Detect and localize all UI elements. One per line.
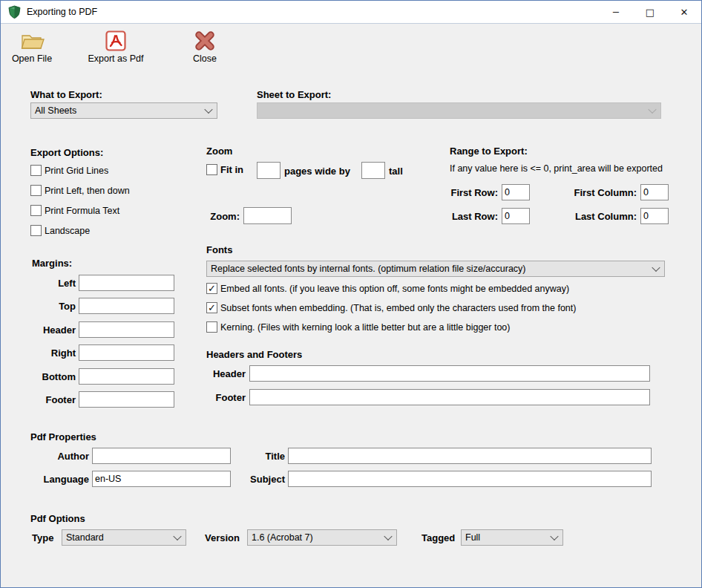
checkbox-box (30, 205, 42, 216)
checkbox-box (30, 165, 42, 176)
what-to-export-select[interactable]: All Sheets (30, 102, 217, 119)
checkbox-print-grid-lines[interactable]: Print Grid Lines (30, 165, 108, 176)
margin-bottom-input[interactable] (79, 368, 174, 385)
margin-footer-input[interactable] (79, 391, 174, 408)
pages-wide-input[interactable] (257, 162, 281, 179)
header-label: Header (201, 368, 246, 379)
pages-tall-input[interactable] (361, 162, 385, 179)
export-as-pdf-label: Export as Pdf (88, 53, 143, 64)
footer-input[interactable] (249, 389, 650, 405)
margin-right-label: Right (16, 347, 76, 359)
close-tool-label: Close (193, 53, 217, 64)
checkbox-label: Subset fonts when embedding. (That is, e… (220, 303, 576, 313)
checkbox-landscape[interactable]: Landscape (30, 225, 90, 236)
checkbox-box (206, 321, 217, 333)
close-tool-button[interactable]: Close (179, 30, 231, 64)
version-label: Version (205, 532, 240, 543)
red-x-icon (194, 30, 215, 51)
version-select[interactable]: 1.6 (Acrobat 7) (247, 529, 397, 546)
range-note: If any value here is <= 0, print_area wi… (450, 163, 663, 174)
checkbox-label: Print Formula Text (45, 206, 119, 216)
checkbox-box: ✓ (206, 283, 217, 294)
margin-left-input[interactable] (79, 275, 174, 291)
pages-wide-by-label: pages wide by (284, 166, 350, 177)
close-button[interactable]: ✕ (667, 1, 701, 23)
title-label: Title (226, 451, 285, 462)
folder-icon (19, 30, 45, 51)
last-row-input[interactable] (502, 208, 530, 224)
first-row-input[interactable] (502, 184, 530, 200)
checkbox-embed-all-fonts[interactable]: ✓ Embed all fonts. (if you leave this op… (206, 283, 569, 294)
margin-header-label: Header (16, 324, 76, 336)
fonts-heading: Fonts (206, 244, 232, 255)
font-replace-value: Replace selected fonts by internal fonts… (211, 264, 526, 274)
subject-input[interactable] (288, 471, 652, 487)
window-title: Exporting to PDF (27, 7, 97, 17)
checkbox-print-left-then-down[interactable]: Print Left, then down (30, 185, 130, 196)
margin-top-label: Top (16, 301, 76, 312)
checkbox-label: Print Grid Lines (45, 166, 108, 176)
margin-bottom-label: Bottom (16, 371, 76, 382)
checkbox-box: ✓ (206, 302, 217, 313)
type-select[interactable]: Standard (62, 529, 186, 546)
headers-and-footers-heading: Headers and Footers (206, 349, 302, 360)
what-to-export-value: All Sheets (35, 105, 76, 116)
subject-label: Subject (226, 474, 285, 485)
language-input[interactable] (92, 471, 231, 487)
tagged-value: Full (465, 532, 480, 543)
margin-top-input[interactable] (79, 298, 174, 314)
titlebar: Exporting to PDF ─ □ ✕ (1, 1, 701, 24)
exporting-to-pdf-dialog: Exporting to PDF ─ □ ✕ Open File (0, 0, 702, 588)
window-controls: ─ □ ✕ (599, 1, 701, 23)
shield-icon (7, 5, 22, 19)
checkbox-box (30, 225, 42, 236)
pdf-icon (105, 30, 126, 51)
margin-footer-label: Footer (16, 394, 76, 405)
type-value: Standard (66, 532, 104, 543)
chevron-down-icon (649, 106, 655, 112)
checkbox-box (30, 185, 42, 196)
margins-heading: Margins: (32, 258, 72, 269)
sheet-to-export-select[interactable] (257, 102, 661, 119)
first-row-label: First Row: (442, 187, 498, 198)
last-column-input[interactable] (640, 208, 669, 224)
last-column-label: Last Column: (550, 211, 637, 222)
chevron-down-icon (385, 533, 391, 539)
tagged-select[interactable]: Full (461, 529, 563, 546)
font-replace-select[interactable]: Replace selected fonts by internal fonts… (206, 261, 665, 277)
minimize-button[interactable]: ─ (599, 1, 633, 23)
pdf-properties-heading: Pdf Properties (30, 431, 96, 442)
checkbox-label: Kerning. (Files with kerning look a litt… (220, 322, 510, 333)
tall-label: tall (389, 166, 403, 177)
checkbox-label: Fit in (220, 164, 243, 175)
toolbar: Open File Export as Pdf Close (1, 24, 701, 76)
checkbox-box (206, 164, 217, 175)
footer-label: Footer (201, 392, 246, 403)
chevron-down-icon (653, 264, 659, 270)
chevron-down-icon (551, 533, 557, 539)
title-input[interactable] (288, 448, 652, 464)
header-input[interactable] (249, 365, 650, 382)
tagged-label: Tagged (421, 532, 455, 543)
checkbox-subset-fonts[interactable]: ✓ Subset fonts when embedding. (That is,… (206, 302, 576, 313)
export-as-pdf-button[interactable]: Export as Pdf (82, 30, 149, 64)
author-input[interactable] (92, 448, 231, 464)
maximize-button[interactable]: □ (633, 1, 667, 23)
checkbox-fit-in[interactable]: Fit in (206, 164, 243, 175)
chevron-down-icon (206, 106, 211, 112)
margin-right-input[interactable] (79, 344, 174, 361)
chevron-down-icon (174, 533, 180, 539)
author-label: Author (30, 451, 89, 462)
what-to-export-label: What to Export: (30, 89, 102, 100)
first-column-input[interactable] (640, 184, 669, 200)
checkbox-label: Embed all fonts. (if you leave this opti… (220, 284, 569, 294)
zoom-value-label: Zoom: (188, 211, 240, 222)
margin-header-input[interactable] (79, 321, 174, 338)
open-file-button[interactable]: Open File (5, 30, 59, 64)
margin-left-label: Left (16, 278, 76, 289)
checkbox-print-formula-text[interactable]: Print Formula Text (30, 205, 119, 216)
zoom-input[interactable] (243, 207, 292, 224)
zoom-heading: Zoom (206, 146, 232, 157)
checkbox-kerning[interactable]: Kerning. (Files with kerning look a litt… (206, 321, 510, 333)
first-column-label: First Column: (550, 187, 637, 198)
